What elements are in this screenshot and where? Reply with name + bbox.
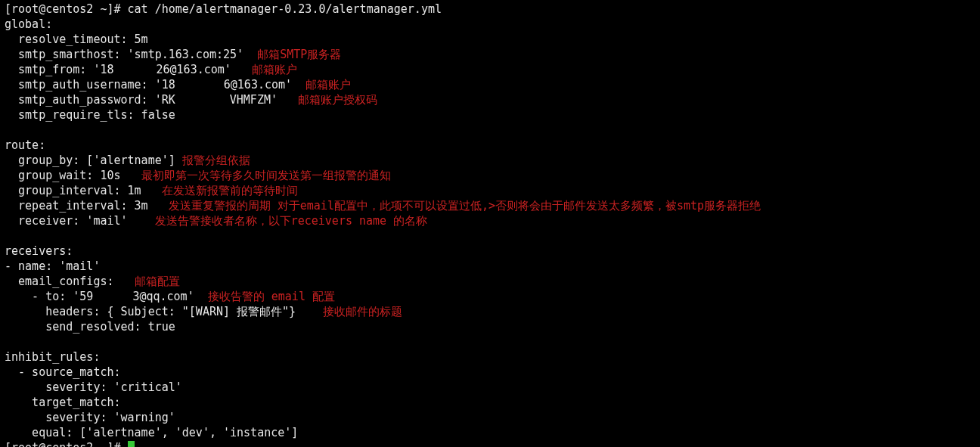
comment-annotation: 接收告警的 email 配置 [194,290,335,303]
comment-annotation: 发送重复警报的周期 对于email配置中，此项不可以设置过低,>否则将会由于邮件… [148,199,761,213]
comment-annotation: 报警分组依据 [175,154,250,167]
yaml-line: smtp_auth_username: '18 [5,78,175,92]
comment-annotation: 邮箱账户授权码 [278,93,377,107]
shell-prompt[interactable]: [root@centos2 ~]# [5,441,128,447]
yaml-line: severity: 'critical' [5,380,182,394]
yaml-line: group_by: ['alertname'] [5,154,175,167]
comment-annotation: 接收邮件的标题 [296,305,402,318]
yaml-line: repeat_interval: 3m [5,199,148,213]
comment-annotation: 邮箱配置 [114,275,180,288]
yaml-line: resolve_timeout: 5m [5,33,148,46]
yaml-line: receiver: 'mail' [5,214,128,228]
yaml-line: - to: '59 [5,290,93,303]
yaml-line: inhibit_rules: [5,350,100,364]
yaml-line: smtp_from: '18 [5,63,114,76]
yaml-line: equal: ['alertname', 'dev', 'instance'] [5,426,298,439]
comment-annotation: 邮箱账户 [292,78,351,92]
yaml-line: severity: 'warning' [5,411,175,424]
redacted-block [175,95,230,104]
yaml-line: receivers: [5,244,73,258]
yaml-line: send_resolved: true [5,320,175,334]
redacted-block [93,292,132,301]
yaml-line: - name: 'mail' [5,259,100,273]
yaml-line: smtp_require_tls: false [5,108,175,122]
yaml-line: email_configs: [5,275,114,288]
yaml-line: global: [5,17,52,31]
comment-annotation: 最初即第一次等待多久时间发送第一组报警的通知 [121,169,391,182]
yaml-line: smtp_smarthost: 'smtp.163.com:25' [5,48,243,61]
yaml-line: 26@163.com' [157,63,231,76]
yaml-line: VHMFZM' [230,93,278,107]
comment-annotation: 邮箱账户 [231,63,297,76]
yaml-line: - source_match: [5,365,121,379]
comment-annotation: 发送告警接收者名称，以下receivers name 的名称 [128,214,428,228]
terminal-output: [root@centos2 ~]# cat /home/alertmanager… [0,0,980,447]
yaml-line: 6@163.com' [224,78,292,92]
yaml-line: route: [5,138,45,152]
redacted-block [175,80,224,89]
comment-annotation: 邮箱SMTP服务器 [243,48,341,61]
shell-prompt[interactable]: [root@centos2 ~]# cat /home/alertmanager… [5,2,442,16]
redacted-block [114,65,157,74]
yaml-line: 3@qq.com' [132,290,194,303]
comment-annotation: 在发送新报警前的等待时间 [141,184,298,197]
yaml-line: smtp_auth_password: 'RK [5,93,175,107]
terminal-cursor[interactable] [128,441,135,447]
yaml-line: group_wait: 10s [5,169,121,182]
yaml-line: headers: { Subject: "[WARN] 报警邮件"} [5,305,296,318]
yaml-line: group_interval: 1m [5,184,141,197]
yaml-line: target_match: [5,396,121,409]
